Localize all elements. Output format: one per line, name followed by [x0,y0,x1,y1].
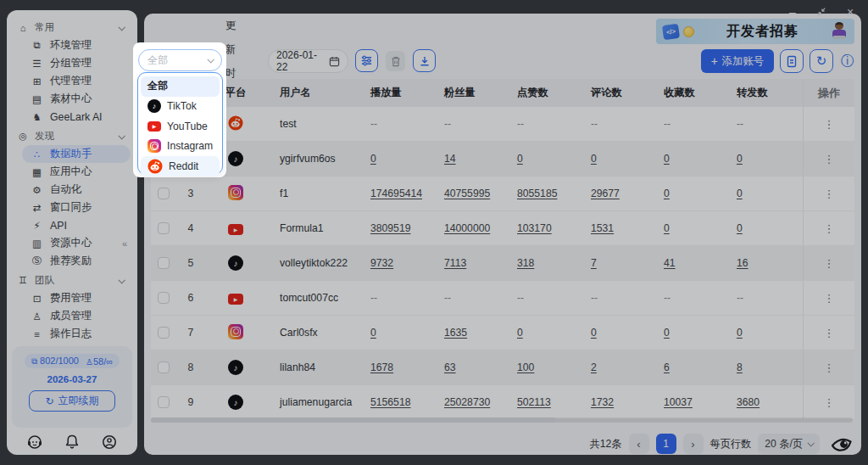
platform-option-tiktok[interactable]: ♪TikTok [141,97,220,117]
option-label: TikTok [167,100,197,112]
reddit-icon [147,159,163,174]
platform-option-instagram[interactable]: Instagram [141,137,220,157]
tiktok-icon: ♪ [147,99,161,113]
youtube-icon: ▶ [147,121,161,132]
dim-overlay [0,0,868,465]
instagram-icon [147,139,161,153]
platform-option-youtube[interactable]: ▶YouTube [141,116,220,137]
platform-select[interactable]: 全部 [138,49,222,71]
platform-option-all[interactable]: 全部 [141,76,220,97]
platform-dropdown: 全部♪TikTok▶YouTubeInstagramReddit [137,72,223,175]
option-label: 全部 [147,79,168,93]
platform-option-reddit[interactable]: Reddit [141,156,220,176]
option-label: YouTube [167,120,208,132]
option-label: Instagram [167,140,213,152]
chevron-down-icon [207,56,214,63]
option-label: Reddit [169,160,198,172]
